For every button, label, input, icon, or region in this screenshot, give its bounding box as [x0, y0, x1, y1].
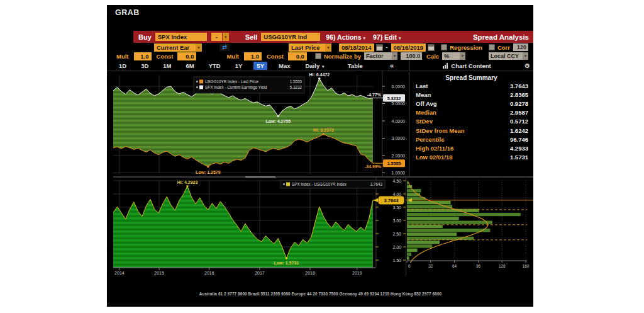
svg-text:4.50: 4.50 — [392, 179, 401, 183]
terminal-window: GRAB Buy SPX Index - ▾ Sell USGG10YR Ind… — [107, 5, 533, 307]
edit-menu[interactable]: 97) Edit ▾ — [373, 33, 401, 41]
toolbar-row-securities: Buy SPX Index - ▾ Sell USGG10YR Ind 96) … — [133, 31, 533, 43]
svg-text:96: 96 — [476, 264, 481, 268]
svg-text:3.0000: 3.0000 — [392, 136, 406, 140]
svg-text:2014: 2014 — [114, 271, 125, 275]
calc-select[interactable]: % — [442, 52, 460, 60]
svg-text:Hi: 3.2373: Hi: 3.2373 — [313, 128, 334, 132]
svg-text:4.0000: 4.0000 — [392, 119, 406, 123]
factor-dropdown[interactable]: ▾ — [392, 52, 397, 60]
svg-text:-34.99%: -34.99% — [365, 164, 382, 169]
period-button-3d[interactable]: 3D — [138, 62, 152, 70]
frequency-dropdown[interactable]: Daily ▼ — [302, 62, 328, 70]
date-from-input[interactable]: 08/18/2014 — [339, 43, 374, 52]
period-button-1y[interactable]: 1Y — [232, 62, 246, 70]
svg-text:4.00: 4.00 — [392, 192, 401, 196]
period-button-1m[interactable]: 1M — [160, 62, 174, 70]
svg-text:32: 32 — [428, 264, 433, 268]
svg-text:128: 128 — [499, 264, 506, 268]
corr-value-input[interactable]: 120 — [513, 43, 528, 51]
spread-summary-rows: Last3.7643Mean2.8365Off Avg0.9278Median2… — [409, 81, 533, 162]
toolbar-row-mult: Mult 1.0 Const 0.0 Mult 1.0 Const 0.0 No… — [107, 52, 528, 60]
svg-text:SPX Index - Current Earnings Y: SPX Index - Current Earnings Yield — [205, 85, 267, 90]
screen-title: Spread Analysis — [473, 33, 529, 41]
corr-label: Corr — [497, 44, 510, 51]
svg-text:3.50: 3.50 — [392, 205, 401, 210]
gear-icon[interactable]: ⚙ — [525, 62, 530, 69]
svg-text:2.00: 2.00 — [392, 245, 401, 249]
svg-text:2018: 2018 — [305, 271, 315, 275]
const-input-2[interactable]: 0.0 — [288, 52, 307, 60]
svg-text:2.0000: 2.0000 — [392, 154, 406, 158]
calc-dropdown[interactable]: ▾ — [460, 52, 465, 60]
svg-text:2017: 2017 — [255, 271, 265, 275]
svg-text:1.5555: 1.5555 — [290, 79, 303, 84]
summary-row: Low 02/01/181.5731 — [409, 153, 533, 162]
currency-select[interactable]: Local CCY — [489, 52, 523, 60]
svg-text:Hi: 4.2933: Hi: 4.2933 — [177, 180, 198, 185]
upper-chart: 6.00005.00004.00003.00002.00001.00005.32… — [113, 71, 408, 178]
summary-row: High 02/11/164.2933 — [409, 144, 533, 152]
summary-row: Off Avg0.9278 — [409, 99, 533, 108]
collapse-panel-button[interactable]: « — [390, 62, 394, 69]
svg-text:160: 160 — [523, 264, 530, 268]
swap-securities-button[interactable]: ⇄ — [219, 44, 230, 51]
regression-checkbox[interactable] — [441, 44, 447, 50]
svg-text:3.7643: 3.7643 — [370, 182, 383, 186]
svg-text:Low: 1.3579: Low: 1.3579 — [196, 170, 221, 174]
sell-label: Sell — [245, 33, 258, 41]
svg-text:SPX Index - USGG10YR Index: SPX Index - USGG10YR Index — [292, 182, 347, 186]
sell-field-select[interactable]: Last Price — [289, 43, 325, 52]
actions-menu[interactable]: 96) Actions ▾ — [326, 33, 365, 41]
calendar-icon[interactable] — [428, 44, 435, 51]
terminal-footer: Australia 61 2 9777 8600 Brazil 5511 239… — [109, 282, 531, 307]
chart-content-icon — [443, 63, 448, 69]
buy-field-dropdown[interactable]: ▾ — [196, 43, 202, 52]
period-button-6m[interactable]: 6M — [183, 62, 197, 70]
mult-input-1[interactable]: 1.0 — [134, 52, 152, 60]
spread-summary-title: Spread Summary — [409, 72, 533, 81]
spread-chart: 4.504.003.503.002.502.001.50201420152016… — [113, 178, 406, 278]
svg-text:1.50: 1.50 — [392, 258, 401, 263]
regression-label: Regression — [450, 44, 482, 51]
const-input-1[interactable]: 0.0 — [177, 52, 196, 60]
svg-text:5.3232: 5.3232 — [290, 85, 303, 89]
summary-row: Median2.9587 — [409, 108, 533, 117]
factor-amount-input[interactable]: 100.0 — [401, 52, 422, 60]
buy-field-select[interactable]: Current Ear — [154, 43, 196, 52]
buy-security-input[interactable]: SPX Index — [155, 33, 207, 41]
period-button-ytd[interactable]: YTD — [206, 62, 224, 70]
date-to-input[interactable]: 08/16/2019 — [391, 43, 426, 52]
footer-line: Australia 61 2 9777 8600 Brazil 5511 239… — [109, 292, 531, 297]
svg-text:Hi: 6.4472: Hi: 6.4472 — [309, 72, 330, 77]
chart-content-header: Chart Content ⚙ — [409, 60, 533, 71]
svg-text:2019: 2019 — [352, 271, 362, 275]
mult-input-2[interactable]: 1.0 — [244, 52, 262, 60]
summary-row: Last3.7643 — [409, 81, 533, 90]
sell-field-dropdown[interactable]: ▾ — [325, 43, 331, 52]
svg-text:1.5555: 1.5555 — [387, 161, 401, 166]
operator-dropdown[interactable]: ▾ — [223, 33, 229, 41]
period-button-1d[interactable]: 1D — [116, 62, 130, 70]
date-separator: - — [386, 44, 388, 50]
svg-text:0: 0 — [408, 264, 411, 268]
chart-content-tab[interactable]: Chart Content — [451, 62, 491, 69]
svg-text:5.3232: 5.3232 — [387, 96, 401, 101]
table-button[interactable]: Table — [345, 62, 366, 70]
normalize-checkbox[interactable] — [315, 53, 321, 59]
period-button-max[interactable]: Max — [275, 62, 293, 70]
factor-select[interactable]: Factor — [364, 52, 392, 60]
svg-text:5.0000: 5.0000 — [392, 101, 406, 106]
operator-input[interactable]: - — [211, 33, 222, 41]
sell-security-input[interactable]: USGG10YR Ind — [261, 33, 320, 41]
corr-checkbox[interactable] — [489, 44, 495, 50]
summary-row: Mean2.8365 — [409, 90, 533, 99]
buy-label: Buy — [138, 33, 152, 41]
svg-text:3.00: 3.00 — [392, 219, 401, 223]
svg-text:6.0000: 6.0000 — [392, 84, 406, 89]
svg-text:2.50: 2.50 — [392, 232, 401, 236]
summary-row: Percentile96.746 — [409, 135, 533, 144]
calendar-icon[interactable] — [376, 44, 383, 51]
currency-dropdown[interactable]: ▾ — [523, 52, 528, 60]
period-button-5y[interactable]: 5Y — [253, 62, 267, 70]
